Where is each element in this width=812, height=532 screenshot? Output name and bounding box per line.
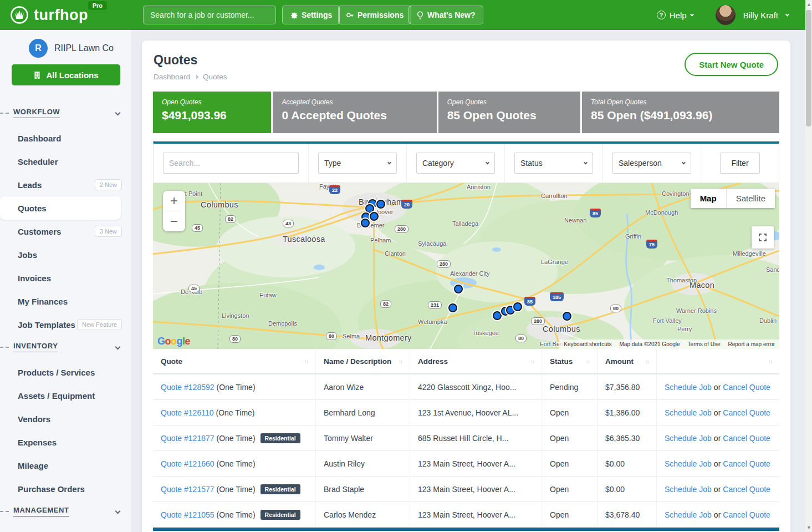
schedule-job-link[interactable]: Schedule Job: [665, 485, 712, 494]
zoom-out-button[interactable]: −: [163, 211, 185, 231]
sidebar-item-job-templates[interactable]: Job TemplatesNew Feature: [0, 313, 131, 336]
sidebar-item-products-services[interactable]: Products / Services: [0, 361, 131, 384]
sidebar-item-jobs[interactable]: Jobs: [0, 243, 131, 266]
filter-bar: Type Category Status Salesperson Filter: [153, 141, 779, 183]
table-search-input[interactable]: [163, 153, 299, 174]
column-header-status[interactable]: Status: [542, 349, 597, 373]
sort-icon: [586, 358, 589, 364]
column-header-address[interactable]: Address: [410, 349, 542, 373]
cancel-quote-link[interactable]: Cancel Quote: [723, 459, 770, 468]
breadcrumb-dashboard[interactable]: Dashboard: [154, 73, 190, 81]
page-scrollbar[interactable]: ▲ ▼: [805, 0, 812, 532]
quote-link[interactable]: Quote #121660: [161, 459, 215, 468]
status: Open: [542, 477, 597, 501]
cancel-quote-link[interactable]: Cancel Quote: [723, 510, 770, 519]
sidebar-item-dashboard[interactable]: Dashboard: [0, 126, 131, 150]
map-quote-marker[interactable]: [448, 303, 457, 312]
map-quote-marker[interactable]: [563, 312, 571, 321]
cancel-quote-link[interactable]: Cancel Quote: [723, 485, 770, 494]
status-dropdown[interactable]: Status: [514, 153, 593, 174]
quote-link[interactable]: Quote #128592: [161, 383, 215, 392]
category-dropdown[interactable]: Category: [416, 153, 495, 174]
section-reports[interactable]: REPORTS: [13, 525, 120, 532]
permissions-button[interactable]: Permissions: [338, 6, 411, 24]
section-management[interactable]: MANAGEMENT: [13, 500, 120, 521]
zoom-in-button[interactable]: +: [163, 191, 185, 211]
company-switcher[interactable]: R RIIPL Lawn Co: [29, 39, 131, 58]
chevron-down-icon: [682, 160, 686, 164]
filter-button[interactable]: Filter: [720, 153, 760, 174]
map-quote-marker[interactable]: [370, 212, 379, 221]
schedule-job-link[interactable]: Schedule Job: [665, 510, 712, 519]
cancel-quote-link[interactable]: Cancel Quote: [723, 408, 770, 417]
map-city-label: Columbus: [201, 200, 238, 209]
satellite-view-button[interactable]: Satellite: [727, 189, 775, 208]
whats-new-button[interactable]: What's New?: [408, 6, 483, 24]
column-header-amount[interactable]: Amount: [597, 349, 657, 373]
sidebar-item-my-finances[interactable]: My Finances: [0, 290, 131, 313]
user-name[interactable]: Billy Kraft: [743, 11, 778, 20]
cancel-quote-link[interactable]: Cancel Quote: [723, 434, 770, 443]
map-quote-marker[interactable]: [493, 311, 502, 320]
schedule-job-link[interactable]: Schedule Job: [665, 408, 712, 417]
section-inventory[interactable]: INVENTORY: [13, 336, 120, 357]
map-city-label: Newnan: [564, 217, 586, 224]
map-city-label: Covington: [662, 190, 690, 197]
sidebar-item-mileage[interactable]: Mileage: [0, 454, 131, 477]
quotes-map[interactable]: FayetteWest PointColumbusTuscaloosaBirmi…: [153, 183, 779, 349]
map-quote-marker[interactable]: [513, 302, 522, 311]
route-shield: 80: [610, 305, 621, 312]
pro-badge: Pro: [88, 1, 107, 10]
sidebar-item-quotes[interactable]: Quotes: [0, 196, 121, 220]
sidebar-item-expenses[interactable]: Expenses: [0, 430, 131, 454]
map-quote-marker[interactable]: [376, 200, 385, 209]
cancel-quote-link[interactable]: Cancel Quote: [723, 383, 770, 392]
sort-icon: [530, 358, 534, 364]
app-logo[interactable]: turfhop Pro: [10, 6, 88, 24]
keyboard-shortcuts-link[interactable]: Keyboard shortcuts: [564, 341, 611, 347]
schedule-job-link[interactable]: Schedule Job: [665, 434, 712, 443]
quote-link[interactable]: Quote #121577: [161, 485, 215, 494]
schedule-job-link[interactable]: Schedule Job: [665, 383, 712, 392]
quote-link[interactable]: Quote #121055: [161, 510, 215, 519]
sidebar-item-leads[interactable]: Leads2 New: [0, 173, 131, 196]
quote-link[interactable]: Quote #121877: [161, 434, 215, 443]
column-header-name[interactable]: Name / Description: [316, 349, 410, 373]
scroll-down-arrow[interactable]: ▼: [806, 525, 811, 530]
column-header-quote[interactable]: Quote: [153, 349, 316, 373]
google-logo[interactable]: Google: [157, 336, 190, 347]
terms-of-use-link[interactable]: Terms of Use: [688, 341, 721, 347]
start-new-quote-button[interactable]: Start New Quote: [685, 53, 778, 76]
status: Open: [542, 400, 597, 425]
user-avatar[interactable]: [716, 5, 736, 25]
type-dropdown[interactable]: Type: [318, 153, 397, 174]
help-menu[interactable]: ? Help: [657, 11, 693, 20]
sidebar-item-invoices[interactable]: Invoices: [0, 266, 131, 290]
settings-button[interactable]: Settings: [282, 6, 340, 24]
salesperson-dropdown[interactable]: Salesperson: [612, 153, 691, 174]
scrollbar-thumb[interactable]: [806, 10, 811, 126]
section-workflow[interactable]: WORKFLOW: [13, 102, 120, 123]
map-quote-marker[interactable]: [454, 285, 463, 293]
fullscreen-button[interactable]: [752, 226, 774, 249]
sidebar-item-vendors[interactable]: Vendors: [0, 407, 131, 430]
route-shield: 45: [192, 224, 203, 232]
global-search-input[interactable]: [143, 6, 276, 24]
report-map-error-link[interactable]: Report a map error: [728, 341, 775, 347]
sidebar-item-purchase-orders[interactable]: Purchase Orders: [0, 477, 131, 500]
brand-name: turfhop: [34, 7, 88, 24]
quote-link[interactable]: Quote #126110: [161, 408, 214, 417]
scroll-up-arrow[interactable]: ▲: [806, 2, 811, 7]
chevron-down-icon: [115, 344, 121, 349]
column-header-actions[interactable]: [657, 349, 779, 373]
chevron-down-icon[interactable]: [785, 12, 789, 16]
sidebar-item-scheduler[interactable]: Scheduler: [0, 150, 131, 173]
sidebar-item-assets-equipment[interactable]: Assets / Equipment: [0, 384, 131, 407]
map-view-button[interactable]: Map: [691, 189, 726, 208]
sidebar-item-customers[interactable]: Customers3 New: [0, 220, 131, 243]
schedule-job-link[interactable]: Schedule Job: [665, 459, 712, 468]
all-locations-button[interactable]: All Locations: [12, 64, 120, 85]
map-quote-marker[interactable]: [361, 219, 370, 227]
residential-badge: Residential: [261, 484, 300, 494]
map-type-control: Map Satellite: [691, 189, 775, 208]
